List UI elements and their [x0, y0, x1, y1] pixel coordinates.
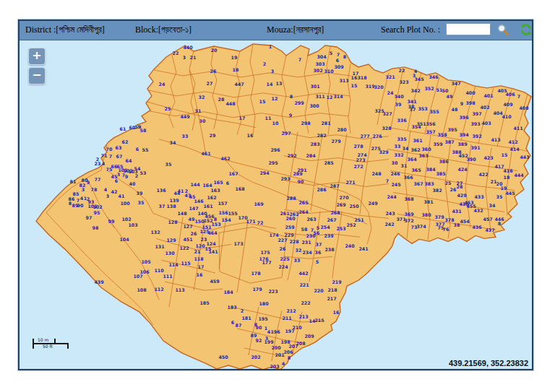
plot-label: 26: [280, 246, 286, 251]
plot-label: 8: [290, 94, 293, 99]
plot-label: 239: [324, 233, 333, 238]
plot-label: 234: [302, 250, 312, 255]
plot-label: 303: [315, 61, 324, 66]
plot-label: 154: [221, 217, 231, 222]
plot-label: 2: [241, 308, 244, 313]
plot-label: 355: [429, 109, 439, 114]
plot-label: 219: [332, 279, 341, 284]
plot-label: 144: [190, 182, 200, 187]
plot-label: 211: [282, 315, 291, 321]
plot-label: 365: [411, 167, 421, 173]
plot-label: 449: [180, 114, 189, 119]
plot-label: 352: [424, 86, 434, 91]
plot-label: 97: [86, 215, 92, 220]
plot-label: 445: [505, 191, 515, 196]
plot-label: 86: [69, 196, 75, 201]
plot-label: 280: [337, 127, 347, 132]
refresh-button[interactable]: [520, 23, 533, 36]
zoom-out-button[interactable]: −: [28, 67, 46, 84]
plot-label: 410: [502, 114, 512, 119]
plot-label: 148: [177, 211, 186, 216]
plot-label: 35: [165, 162, 172, 167]
plot-label: 113: [175, 287, 184, 292]
plot-label: 442: [298, 271, 308, 276]
plot-label: 161: [203, 204, 212, 209]
plot-label: 342: [410, 88, 420, 93]
plot-label: 7: [517, 94, 520, 99]
plot-label: 55: [142, 147, 149, 152]
plot-label: 178: [251, 271, 260, 276]
plot-label: 98: [92, 225, 99, 230]
scale-imperial-label: 50 ft: [43, 344, 53, 349]
plot-label: 92: [256, 338, 262, 343]
plot-label: 129: [166, 238, 176, 243]
plot-label: 112: [154, 287, 163, 292]
plot-label: 395: [447, 127, 457, 132]
block-value: [গড়বেতা-১]: [158, 25, 192, 35]
plot-label: 246: [390, 171, 400, 176]
plot-label: 282: [317, 133, 326, 138]
plot-label: 387: [444, 139, 454, 144]
plot-label: 361: [413, 138, 422, 143]
plot-label: 450: [218, 354, 228, 360]
plot-label: 102: [92, 204, 102, 209]
map-viewport[interactable]: 4402232120191261823242744714133228448151…: [20, 40, 532, 369]
search-button[interactable]: [496, 23, 509, 36]
block-label: Block:: [135, 25, 158, 35]
plot-label: 359: [433, 141, 442, 147]
plot-label: 31: [401, 163, 408, 168]
zoom-in-button[interactable]: +: [28, 48, 46, 65]
plot-label: 107: [133, 274, 142, 279]
scale-bar-tick: [67, 343, 69, 349]
plot-label: 9: [460, 101, 463, 106]
map-canvas[interactable]: 4402232120191261823242744714133228448151…: [20, 40, 532, 369]
plot-label: 4: [102, 161, 106, 166]
plot-label: 249: [368, 201, 377, 206]
plot-label: 14: [267, 82, 273, 87]
plot-label: 138: [166, 204, 176, 209]
plot-label: 400: [465, 90, 476, 95]
plot-label: 278: [353, 144, 363, 149]
plot-label: 335: [397, 136, 406, 141]
plot-label: 63: [116, 145, 122, 150]
plot-label: 406: [505, 92, 515, 97]
plot-label: 184: [223, 289, 233, 295]
plot-label: 29: [210, 133, 216, 138]
plot-label: 41: [119, 193, 125, 199]
plot-label: 444: [514, 173, 524, 178]
plot-label: 380: [421, 212, 431, 217]
search-plot-input[interactable]: [446, 23, 491, 35]
plot-label: 3: [271, 69, 274, 74]
plot-label: 25: [165, 106, 171, 111]
plot-label: 227: [278, 238, 287, 243]
plot-label: 396: [459, 115, 469, 120]
plot-label: 30: [199, 118, 206, 123]
plot-label: 33: [395, 144, 401, 149]
plot-label: 2: [135, 173, 138, 178]
plot-label: 366: [403, 175, 413, 180]
plot-label: 12: [327, 95, 333, 100]
plot-label: 313: [339, 78, 348, 83]
refresh-icon: [520, 23, 533, 36]
plot-label: 8: [69, 201, 72, 206]
plot-label: 12: [272, 96, 278, 101]
plot-label: 372: [404, 218, 413, 223]
plot-label: 340: [394, 94, 404, 99]
plot-label: 424: [457, 167, 468, 172]
plot-label: 34: [170, 140, 176, 145]
plot-label: 16: [247, 133, 254, 138]
plot-label: 402: [480, 105, 489, 110]
plot-label: 70: [106, 147, 113, 152]
plot-label: 5: [330, 51, 332, 56]
plot-label: 120: [195, 243, 205, 248]
plot-label: 6: [136, 147, 139, 152]
plot-label: 367: [413, 181, 423, 186]
plot-label: 6: [231, 320, 235, 325]
plot-label: 454: [460, 219, 470, 224]
plot-label: 243: [385, 211, 395, 216]
plot-label: 314: [333, 94, 343, 99]
scale-metric-label: 10 m: [38, 337, 48, 342]
plot-label: 302: [313, 68, 322, 73]
plot-label: 437: [485, 227, 494, 232]
plot-label: 49: [447, 94, 453, 99]
